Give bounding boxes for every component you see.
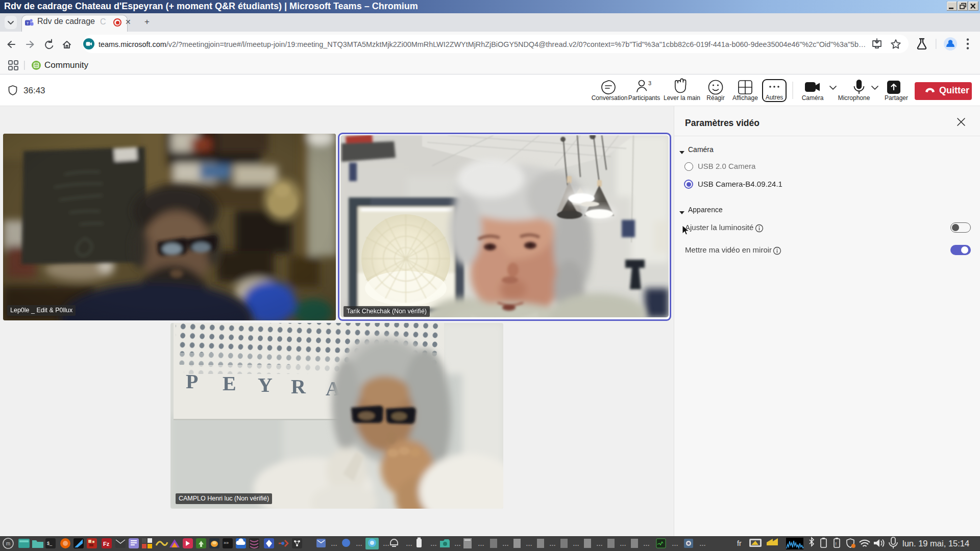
svg-text:E: E <box>223 372 236 395</box>
svg-text:Réagir: Réagir <box>706 94 724 102</box>
svg-text:Fz: Fz <box>103 541 110 547</box>
svg-text:…: … <box>573 540 579 547</box>
svg-text:P: P <box>186 370 198 393</box>
svg-text:…: … <box>454 540 461 547</box>
svg-text:m: m <box>6 541 10 546</box>
svg-text:Affichage: Affichage <box>732 94 758 102</box>
svg-text:…: … <box>672 540 678 547</box>
svg-text:!: ! <box>836 541 837 546</box>
svg-text:…: … <box>406 540 412 547</box>
svg-text:T: T <box>27 21 29 26</box>
svg-text:Partager: Partager <box>885 94 908 102</box>
svg-text:…: … <box>596 540 603 547</box>
svg-text:Microphone: Microphone <box>838 94 870 102</box>
svg-text:»»: »» <box>224 540 229 545</box>
svg-text:Caméra: Caméra <box>802 94 824 102</box>
svg-text:Conversation: Conversation <box>592 94 628 102</box>
svg-text:…: … <box>383 540 389 547</box>
svg-text:3: 3 <box>648 80 651 86</box>
svg-text:R: R <box>291 375 306 398</box>
svg-text:Quitter: Quitter <box>939 85 969 95</box>
svg-text:…: … <box>643 540 650 547</box>
svg-text:lun. 19 mai, 15:14: lun. 19 mai, 15:14 <box>902 539 969 548</box>
svg-text:$_: $_ <box>47 541 53 546</box>
svg-text:Y: Y <box>258 373 273 396</box>
svg-text:Autres: Autres <box>766 94 783 101</box>
svg-text:…: … <box>502 540 509 547</box>
svg-text:Participants: Participants <box>628 94 660 102</box>
svg-text:…: … <box>526 540 532 547</box>
svg-text:…: … <box>699 540 706 547</box>
svg-text:Lever la main: Lever la main <box>664 94 700 102</box>
svg-text:…: … <box>620 540 626 547</box>
svg-text:fr: fr <box>737 539 742 547</box>
svg-text:…: … <box>356 540 362 547</box>
svg-text:…: … <box>430 540 437 547</box>
svg-text:…: … <box>478 540 484 547</box>
svg-text:…: … <box>549 540 556 547</box>
svg-text:…: … <box>331 540 337 547</box>
